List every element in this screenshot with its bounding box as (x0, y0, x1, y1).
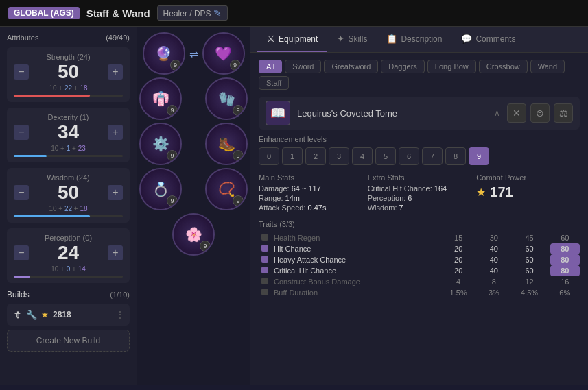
wisdom-value: 50 (29, 182, 108, 204)
dexterity-value: 34 (29, 121, 108, 143)
enhance-btn-7[interactable]: 7 (422, 147, 443, 165)
trait-val-bd-3: 4.5% (509, 287, 550, 298)
enhance-btn-9[interactable]: 9 (469, 147, 489, 165)
equip-slot-7[interactable]: 📿 9 (205, 168, 248, 210)
equip-slot-5[interactable]: 🥾 9 (205, 123, 248, 165)
trait-val-bd-2: 3% (479, 287, 508, 298)
item-name: Lequirus's Coveted Tome (297, 108, 487, 119)
enhance-btn-3[interactable]: 3 (329, 147, 349, 165)
edit-icon[interactable]: ✎ (213, 8, 222, 19)
enhance-btn-1[interactable]: 1 (282, 147, 303, 165)
perception-minus-button[interactable]: − (14, 245, 29, 260)
stats-grid: Main Stats Damage: 64 ~ 117 Range: 14m A… (259, 173, 580, 213)
filter-wand-button[interactable]: Wand (530, 60, 565, 73)
equip-badge-2: 9 (167, 105, 178, 116)
wisdom-stat: Wisdom: 7 (368, 204, 471, 212)
equip-slot-1[interactable]: 💜 9 (202, 32, 245, 75)
build-star-icon: ★ (41, 310, 49, 319)
trait-val-hr-3: 45 (509, 232, 550, 243)
equip-icon-6: 💍 (152, 181, 169, 197)
strength-minus-button[interactable]: − (14, 64, 29, 80)
item-expand-icon[interactable]: ∧ (494, 108, 500, 118)
equip-icon-3: 🧤 (218, 90, 235, 107)
middle-panel: 🔮 9 ⇌ 💜 9 👘 9 🧤 (137, 27, 250, 385)
equip-icon-8: 🌸 (185, 226, 202, 243)
trait-val-chc-1: 20 (438, 265, 479, 276)
filter-longbow-button[interactable]: Long Bow (427, 60, 476, 73)
tab-description[interactable]: 📋 Description (377, 27, 451, 52)
enhance-row: 0 1 2 3 4 5 6 7 8 9 (259, 147, 580, 165)
trait-color-health-regen (261, 234, 268, 241)
wisdom-plus-button[interactable]: + (108, 185, 123, 200)
trait-color-buff-duration (261, 289, 268, 295)
filter-greatsword-button[interactable]: Greatsword (324, 60, 378, 73)
filter-sword-button[interactable]: Sword (285, 60, 321, 73)
trait-row-construct-bonus: Construct Bonus Damage 4 8 12 16 (259, 276, 580, 287)
weapon-title: Staff & Wand (86, 8, 150, 19)
create-build-button[interactable]: Create New Build (7, 330, 130, 352)
dexterity-label: Dexterity (1) (14, 113, 123, 121)
enhance-btn-2[interactable]: 2 (305, 147, 326, 165)
trait-val-cb-3: 12 (509, 276, 550, 287)
perception-value: 24 (29, 242, 108, 264)
selected-item-row: 📖 Lequirus's Coveted Tome ∧ ✕ ⊜ ⚖ (259, 97, 580, 130)
build-sword-icon: 🗡 (12, 309, 22, 320)
dexterity-plus-button[interactable]: + (108, 125, 123, 140)
equip-icon-2: 👘 (152, 90, 169, 107)
combat-power-title: Combat Power (476, 173, 580, 182)
enhance-btn-6[interactable]: 6 (399, 147, 419, 165)
equipment-content: All Sword Greatsword Daggers Long Bow Cr… (250, 53, 588, 385)
filter-row: All Sword Greatsword Daggers Long Bow Cr… (259, 60, 580, 90)
strength-block: Strength (24) − 50 + 10 + 22 + 18 (7, 47, 130, 102)
trait-row-hit-chance: Hit Chance 20 40 60 80 (259, 243, 580, 254)
equip-slot-6[interactable]: 💍 9 (139, 168, 182, 210)
trait-color-heavy-attack (261, 256, 268, 263)
filter-crossbow-button[interactable]: Crossbow (479, 60, 528, 73)
main-layout: Attributes (49/49) Strength (24) − 50 + … (0, 27, 588, 385)
perception-label: Perception (0) (14, 234, 123, 242)
item-close-button[interactable]: ✕ (507, 103, 526, 123)
equip-badge-4: 9 (167, 150, 178, 161)
left-panel: Attributes (49/49) Strength (24) − 50 + … (0, 27, 137, 385)
trait-color-hit-chance (261, 245, 268, 252)
tab-comments[interactable]: 💬 Comments (451, 27, 525, 52)
enhance-btn-4[interactable]: 4 (352, 147, 373, 165)
equip-row-4: 💍 9 📿 9 (139, 168, 248, 210)
trait-val-hc-1: 20 (438, 243, 479, 254)
equip-slot-8[interactable]: 🌸 9 (172, 213, 215, 256)
equip-slot-2[interactable]: 👘 9 (139, 77, 182, 120)
skills-tab-icon: ✦ (337, 34, 344, 44)
wisdom-minus-button[interactable]: − (14, 185, 29, 200)
equip-slot-0[interactable]: 🔮 9 (143, 32, 185, 75)
dexterity-minus-button[interactable]: − (14, 125, 29, 140)
filter-staff-button[interactable]: Staff (259, 76, 289, 90)
tab-skills[interactable]: ✦ Skills (327, 27, 377, 52)
enhance-btn-0[interactable]: 0 (259, 147, 279, 165)
perception-plus-button[interactable]: + (108, 245, 123, 260)
enhance-btn-8[interactable]: 8 (445, 147, 466, 165)
equip-badge-6: 9 (167, 195, 178, 206)
trait-row-health-regen: Health Regen 15 30 45 60 (259, 232, 580, 243)
trait-val-hc-3: 60 (509, 243, 550, 254)
strength-plus-button[interactable]: + (108, 64, 123, 80)
equip-slot-3[interactable]: 🧤 9 (205, 77, 248, 120)
equip-badge-0: 9 (170, 60, 181, 71)
trait-val-bd-4: 6% (550, 287, 580, 298)
trait-val-chc-4: 80 (550, 265, 580, 276)
item-scale-button[interactable]: ⚖ (554, 103, 573, 123)
tabs-bar: ⚔ Equipment ✦ Skills 📋 Description 💬 Com… (250, 27, 588, 53)
equip-slot-4[interactable]: ⚙️ 9 (139, 123, 182, 165)
filter-all-button[interactable]: All (259, 60, 282, 73)
swap-icon[interactable]: ⇌ (189, 47, 198, 60)
global-badge: GLOBAL (AGS) (8, 7, 80, 19)
item-lock-button[interactable]: ⊜ (530, 103, 550, 123)
equip-icon-4: ⚙️ (152, 136, 169, 152)
filter-daggers-button[interactable]: Daggers (381, 60, 425, 73)
enhance-btn-5[interactable]: 5 (375, 147, 396, 165)
equip-icon-5: 🥾 (218, 136, 235, 152)
build-menu-button[interactable]: ⋮ (116, 310, 124, 319)
tab-equipment[interactable]: ⚔ Equipment (257, 27, 327, 52)
item-icon-box: 📖 (266, 101, 290, 125)
trait-val-ha-3: 60 (509, 254, 550, 265)
main-stats-section: Main Stats Damage: 64 ~ 117 Range: 14m A… (259, 173, 362, 213)
